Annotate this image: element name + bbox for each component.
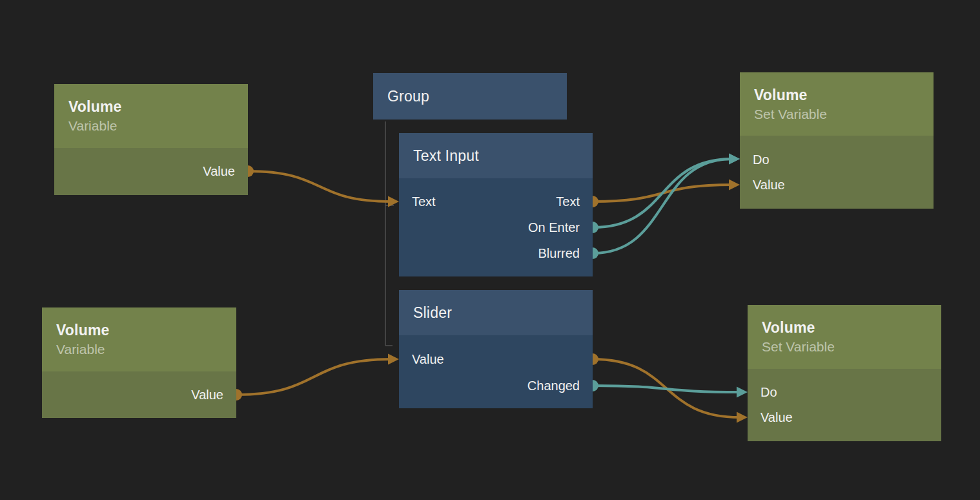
node-header[interactable]: VolumeSet Variable — [748, 305, 941, 369]
node-header[interactable]: VolumeVariable — [42, 307, 236, 371]
node-header[interactable]: VolumeVariable — [54, 84, 248, 148]
node-text-input[interactable]: Text InputTextTextOn EnterBlurred — [399, 133, 593, 276]
port-label-value: Value — [412, 352, 444, 367]
wire-signal-0[interactable] — [248, 171, 391, 202]
port-label-changed: Changed — [527, 379, 580, 393]
wire-arrowhead-icon — [388, 354, 399, 365]
node-title: Text Input — [413, 147, 479, 165]
port-label-value: Value — [191, 388, 223, 402]
node-header[interactable]: VolumeSet Variable — [740, 72, 934, 136]
wire-arrowhead-icon — [729, 154, 740, 165]
node-subtitle: Variable — [68, 118, 117, 134]
port-label-blurred: Blurred — [538, 246, 580, 261]
port-label-value: Value — [753, 178, 785, 193]
port-label-do: Do — [761, 385, 777, 400]
node-volume-set-variable-bottom[interactable]: VolumeSet VariableDoValue — [748, 305, 941, 441]
node-group[interactable]: Group — [373, 73, 567, 120]
node-title: Volume — [762, 319, 815, 337]
wire-arrowhead-icon — [737, 412, 748, 423]
node-graph-canvas[interactable]: VolumeVariableValueVolumeVariableValueGr… — [0, 0, 980, 500]
wire-event-4[interactable] — [593, 159, 732, 253]
node-volume-variable-bottom[interactable]: VolumeVariableValue — [42, 307, 236, 418]
wire-arrowhead-icon — [737, 387, 748, 398]
port-label-text: Text — [412, 194, 436, 209]
node-title: Volume — [68, 98, 122, 116]
port-label-value: Value — [203, 164, 235, 179]
node-title: Volume — [754, 87, 808, 104]
node-body — [740, 136, 934, 209]
node-slider[interactable]: SliderValueChanged — [399, 290, 593, 408]
node-header[interactable]: Group — [373, 73, 567, 120]
wire-signal-1[interactable] — [236, 359, 391, 395]
node-volume-variable-top[interactable]: VolumeVariableValue — [54, 84, 248, 195]
node-header[interactable]: Slider — [399, 290, 593, 335]
wire-event-6[interactable] — [593, 386, 740, 392]
node-title: Slider — [413, 304, 452, 322]
node-title: Volume — [56, 322, 110, 339]
node-header[interactable]: Text Input — [399, 133, 593, 178]
port-label-do: Do — [753, 152, 770, 167]
node-subtitle: Set Variable — [762, 339, 835, 355]
node-body — [748, 369, 941, 441]
wire-signal-2[interactable] — [593, 185, 732, 202]
node-subtitle: Variable — [56, 342, 105, 357]
node-title: Group — [387, 88, 429, 105]
node-body — [399, 335, 593, 408]
port-label-on-enter: On Enter — [528, 220, 580, 235]
group-children-line — [385, 121, 394, 346]
port-label-text: Text — [556, 194, 580, 209]
wire-arrowhead-icon — [729, 154, 740, 165]
wire-arrowhead-icon — [388, 196, 399, 207]
wire-signal-5[interactable] — [593, 359, 740, 417]
node-subtitle: Set Variable — [754, 107, 827, 122]
node-volume-set-variable-top[interactable]: VolumeSet VariableDoValue — [740, 72, 934, 209]
wire-event-3[interactable] — [593, 159, 732, 227]
wire-arrowhead-icon — [729, 180, 740, 191]
port-label-value: Value — [761, 410, 793, 425]
